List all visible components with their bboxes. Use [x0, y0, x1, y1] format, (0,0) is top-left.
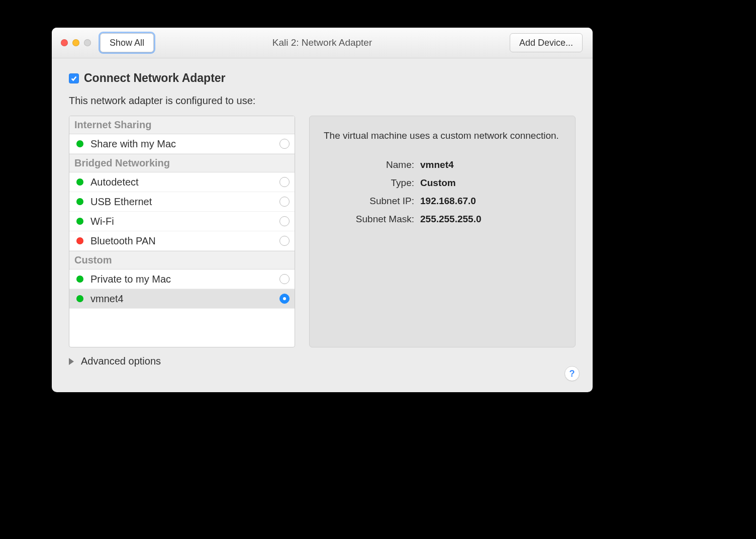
advanced-options-toggle[interactable]: Advanced options — [69, 355, 576, 367]
group-header: Custom — [69, 251, 295, 270]
minimize-icon[interactable] — [72, 39, 79, 46]
name-label: Name: — [324, 159, 414, 170]
panes: Internet SharingShare with my MacBridged… — [69, 116, 576, 347]
network-option-radio[interactable] — [279, 197, 290, 207]
connect-checkbox[interactable] — [69, 73, 79, 83]
detail-description: The virtual machine uses a custom networ… — [324, 129, 561, 142]
kv-type: Type: Custom — [324, 177, 561, 189]
help-button[interactable]: ? — [564, 366, 580, 381]
network-option-label: Share with my Mac — [90, 138, 279, 150]
detail-pane: The virtual machine uses a custom networ… — [309, 116, 576, 347]
status-dot-icon — [76, 140, 83, 147]
kv-subnet-mask: Subnet Mask: 255.255.255.0 — [324, 214, 561, 225]
network-list: Internet SharingShare with my MacBridged… — [69, 116, 295, 347]
add-device-button[interactable]: Add Device... — [510, 33, 583, 52]
connect-row[interactable]: Connect Network Adapter — [69, 71, 576, 85]
network-option[interactable]: Autodetect — [69, 172, 295, 192]
add-device-label: Add Device... — [519, 38, 573, 48]
show-all-button[interactable]: Show All — [100, 33, 154, 52]
content: Connect Network Adapter This network ada… — [52, 58, 593, 377]
type-value: Custom — [420, 177, 456, 189]
checkmark-icon — [70, 75, 77, 82]
network-option-radio[interactable] — [279, 274, 290, 284]
help-icon: ? — [570, 369, 575, 379]
close-icon[interactable] — [61, 39, 68, 46]
network-option-radio[interactable] — [279, 216, 290, 226]
network-option-label: Private to my Mac — [90, 274, 279, 285]
list-spacer — [69, 309, 295, 347]
status-dot-icon — [76, 295, 83, 302]
group-header: Bridged Networking — [69, 154, 295, 172]
network-option[interactable]: Private to my Mac — [69, 270, 295, 289]
status-dot-icon — [76, 237, 83, 244]
advanced-options-label: Advanced options — [81, 355, 161, 367]
config-subtitle: This network adapter is configured to us… — [69, 95, 576, 107]
status-dot-icon — [76, 218, 83, 225]
connect-label: Connect Network Adapter — [84, 71, 226, 85]
titlebar: Show All Kali 2: Network Adapter Add Dev… — [52, 28, 593, 58]
show-all-label: Show All — [110, 38, 144, 48]
disclosure-triangle-icon — [69, 358, 74, 365]
network-option-radio[interactable] — [279, 139, 290, 149]
network-option-label: USB Ethernet — [90, 196, 279, 208]
type-label: Type: — [324, 177, 414, 189]
network-option-label: Autodetect — [90, 176, 279, 188]
network-option-radio[interactable] — [279, 236, 290, 246]
window-controls — [61, 39, 91, 46]
kv-name: Name: vmnet4 — [324, 159, 561, 170]
subnet-mask-value: 255.255.255.0 — [420, 214, 482, 225]
settings-window: Show All Kali 2: Network Adapter Add Dev… — [52, 28, 593, 392]
network-option[interactable]: Bluetooth PAN — [69, 231, 295, 251]
zoom-icon — [84, 39, 91, 46]
subnet-ip-value: 192.168.67.0 — [420, 196, 476, 207]
network-option[interactable]: Share with my Mac — [69, 134, 295, 154]
network-option[interactable]: USB Ethernet — [69, 192, 295, 212]
status-dot-icon — [76, 276, 83, 283]
network-option-label: Bluetooth PAN — [90, 235, 279, 247]
network-option-radio[interactable] — [279, 294, 290, 304]
network-option[interactable]: vmnet4 — [69, 289, 295, 309]
name-value: vmnet4 — [420, 159, 454, 170]
network-option-label: Wi-Fi — [90, 216, 279, 227]
status-dot-icon — [76, 178, 83, 186]
status-dot-icon — [76, 198, 83, 205]
network-option[interactable]: Wi-Fi — [69, 212, 295, 231]
group-header: Internet Sharing — [69, 116, 295, 134]
kv-subnet-ip: Subnet IP: 192.168.67.0 — [324, 196, 561, 207]
subnet-ip-label: Subnet IP: — [324, 196, 414, 207]
network-option-label: vmnet4 — [90, 293, 279, 305]
subnet-mask-label: Subnet Mask: — [324, 214, 414, 225]
network-option-radio[interactable] — [279, 177, 290, 187]
